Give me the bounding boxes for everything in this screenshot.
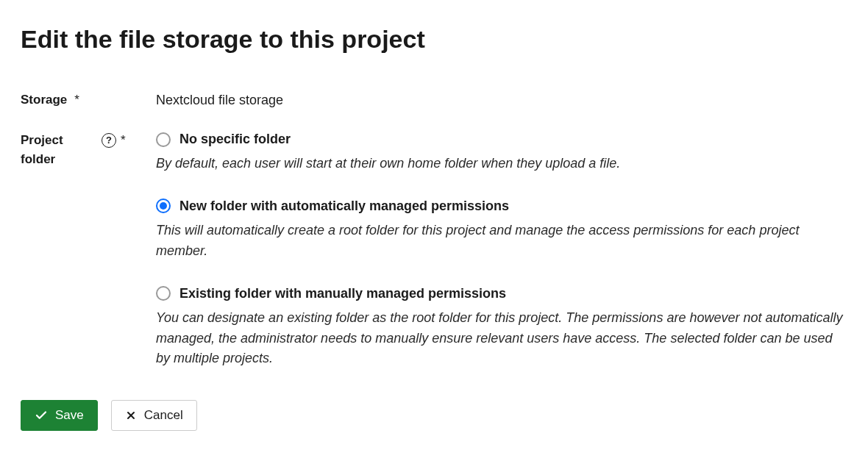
radio-option-no-specific[interactable]: No specific folder By default, each user… (156, 129, 847, 174)
radio-description: You can designate an existing folder as … (156, 308, 847, 370)
help-icon[interactable]: ? (102, 133, 116, 148)
radio-head: No specific folder (156, 129, 847, 149)
save-button[interactable]: Save (21, 400, 98, 431)
radio-circle-icon (156, 132, 171, 147)
project-folder-label-cell: Project folder ? * (21, 129, 156, 168)
project-folder-label: Project folder (21, 131, 97, 168)
storage-label-cell: Storage * (21, 89, 156, 110)
required-mark: * (74, 90, 79, 110)
radio-option-new-folder[interactable]: New folder with automatically managed pe… (156, 196, 847, 262)
storage-value-cell: Nextcloud file storage (156, 89, 847, 110)
radio-description: This will automatically create a root fo… (156, 221, 847, 262)
radio-label: Existing folder with manually managed pe… (179, 284, 506, 304)
page-title: Edit the file storage to this project (21, 21, 847, 58)
radio-circle-selected-icon (156, 199, 171, 213)
radio-circle-icon (156, 286, 171, 301)
storage-label: Storage (21, 90, 67, 110)
close-icon (125, 410, 137, 421)
project-folder-options: No specific folder By default, each user… (156, 129, 847, 369)
project-folder-row: Project folder ? * No specific folder By… (21, 129, 847, 369)
radio-label: No specific folder (179, 129, 291, 149)
storage-row: Storage * Nextcloud file storage (21, 89, 847, 110)
radio-label: New folder with automatically managed pe… (179, 196, 509, 216)
cancel-button-label: Cancel (144, 408, 183, 423)
radio-head: Existing folder with manually managed pe… (156, 284, 847, 304)
storage-value: Nextcloud file storage (156, 89, 847, 110)
radio-head: New folder with automatically managed pe… (156, 196, 847, 216)
save-button-label: Save (55, 408, 84, 423)
check-icon (35, 409, 48, 422)
radio-description: By default, each user will start at thei… (156, 154, 847, 174)
required-mark: * (121, 131, 126, 150)
button-row: Save Cancel (21, 400, 847, 431)
radio-option-existing-folder[interactable]: Existing folder with manually managed pe… (156, 284, 847, 370)
cancel-button[interactable]: Cancel (111, 400, 197, 431)
